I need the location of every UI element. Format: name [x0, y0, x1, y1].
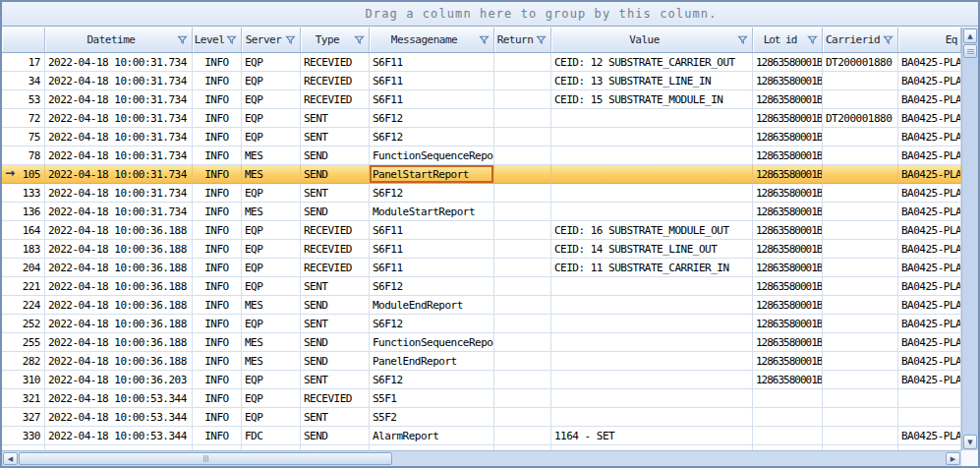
cell-carrierid[interactable]: DT200001880 [823, 53, 898, 72]
cell-level[interactable]: INFO [193, 277, 242, 296]
cell-rowhead[interactable]: 327 [2, 408, 45, 427]
cell-datetime[interactable]: 2022-04-18 10:00:31.734 [45, 53, 193, 72]
cell-value[interactable] [551, 203, 753, 221]
cell-server[interactable]: EQP [242, 53, 301, 72]
cell-level[interactable]: INFO [193, 408, 242, 427]
scroll-down-button[interactable]: ▼ [963, 435, 977, 449]
cell-server[interactable]: MES [242, 333, 301, 352]
cell-lotid[interactable]: 12863580001B [753, 146, 823, 165]
cell-server[interactable]: EQP [242, 109, 301, 128]
table-row[interactable]: 3302022-04-18 10:00:53.344INFOFDCSENDAla… [2, 427, 961, 445]
table-row[interactable]: 1332022-04-18 10:00:31.734INFOEQPSENTS6F… [2, 184, 961, 203]
cell-messagename[interactable]: S6F11 [370, 221, 494, 240]
cell-lotid[interactable] [753, 389, 823, 408]
cell-server[interactable]: EQP [242, 277, 301, 296]
filter-icon[interactable] [354, 34, 367, 45]
cell-datetime[interactable]: 2022-04-18 10:00:53.344 [45, 427, 193, 445]
cell-value[interactable] [551, 128, 753, 146]
cell-rowhead[interactable]: 252 [2, 315, 45, 333]
cell-value[interactable] [551, 408, 753, 427]
cell-type[interactable]: SEND [301, 146, 370, 165]
vertical-scroll-thumb[interactable] [963, 44, 977, 58]
cell-return[interactable] [494, 427, 551, 445]
cell-lotid[interactable]: 12863580001B [753, 333, 823, 352]
column-header-type[interactable]: Type [301, 28, 370, 53]
cell-carrierid[interactable] [823, 408, 898, 427]
cell-datetime[interactable]: 2022-04-18 10:00:31.734 [45, 90, 193, 109]
column-header-messagename[interactable]: Messagename [370, 28, 494, 53]
table-row[interactable]: 3102022-04-18 10:00:36.203INFOEQPSENTS6F… [2, 371, 961, 389]
cell-datetime[interactable]: 2022-04-18 10:00:31.734 [45, 109, 193, 128]
cell-server[interactable]: EQP [242, 389, 301, 408]
horizontal-scroll-thumb[interactable] [19, 452, 392, 465]
cell-datetime[interactable]: 2022-04-18 10:00:36.188 [45, 277, 193, 296]
cell-level[interactable]: INFO [193, 203, 242, 221]
cell-eq[interactable]: BA0425-PLA [898, 296, 961, 315]
cell-return[interactable] [494, 90, 551, 109]
horizontal-scrollbar[interactable]: ◀ ▶ [2, 450, 961, 466]
cell-messagename[interactable]: S6F12 [370, 277, 494, 296]
cell-type[interactable]: RECEVIED [301, 221, 370, 240]
cell-eq[interactable] [898, 408, 961, 427]
cell-type[interactable]: SENT [301, 128, 370, 146]
filter-icon[interactable] [807, 34, 820, 45]
cell-value[interactable]: CEID: 11 SUBSTRATE_CARRIER_IN [551, 259, 753, 277]
cell-level[interactable]: INFO [193, 165, 242, 184]
cell-datetime[interactable]: 2022-04-18 10:00:53.344 [45, 389, 193, 408]
cell-type[interactable]: RECEVIED [301, 240, 370, 259]
cell-rowhead[interactable]: 255 [2, 333, 45, 352]
cell-datetime[interactable]: 2022-04-18 10:00:31.734 [45, 165, 193, 184]
cell-value[interactable] [551, 165, 753, 184]
cell-eq[interactable]: BA0425-PLA [898, 221, 961, 240]
cell-return[interactable] [494, 165, 551, 184]
cell-datetime[interactable]: 2022-04-18 10:00:36.188 [45, 240, 193, 259]
cell-carrierid[interactable] [823, 389, 898, 408]
cell-eq[interactable]: BA0425-PLA [898, 184, 961, 203]
cell-return[interactable] [494, 352, 551, 371]
cell-messagename[interactable]: ModuleEndReport [370, 296, 494, 315]
table-row[interactable]: 1832022-04-18 10:00:36.188INFOEQPRECEVIE… [2, 240, 961, 259]
cell-return[interactable] [494, 296, 551, 315]
cell-eq[interactable]: BA0425-PLA [898, 277, 961, 296]
cell-datetime[interactable]: 2022-04-18 10:00:36.188 [45, 333, 193, 352]
cell-level[interactable]: INFO [193, 333, 242, 352]
cell-level[interactable]: INFO [193, 259, 242, 277]
cell-carrierid[interactable] [823, 352, 898, 371]
cell-return[interactable] [494, 184, 551, 203]
cell-value[interactable] [551, 333, 753, 352]
cell-lotid[interactable]: 12863580001B [753, 184, 823, 203]
cell-datetime[interactable]: 2022-04-18 10:00:53.344 [45, 408, 193, 427]
cell-rowhead[interactable]: 72 [2, 109, 45, 128]
cell-messagename[interactable]: S6F11 [370, 240, 494, 259]
table-row[interactable]: 2212022-04-18 10:00:36.188INFOEQPSENTS6F… [2, 277, 961, 296]
cell-rowhead[interactable]: 17 [2, 53, 45, 72]
cell-rowhead[interactable]: 53 [2, 90, 45, 109]
column-header-carrierid[interactable]: Carrierid [823, 28, 898, 53]
cell-type[interactable]: RECEVIED [301, 90, 370, 109]
cell-type[interactable]: SEND [301, 333, 370, 352]
cell-level[interactable]: INFO [193, 109, 242, 128]
table-row[interactable]: 2042022-04-18 10:00:36.188INFOEQPRECEVIE… [2, 259, 961, 277]
table-row[interactable]: 342022-04-18 10:00:31.734INFOEQPRECEVIED… [2, 72, 961, 90]
cell-type[interactable]: SENT [301, 371, 370, 389]
cell-carrierid[interactable] [823, 277, 898, 296]
cell-value[interactable] [551, 146, 753, 165]
table-row[interactable]: 3272022-04-18 10:00:53.344INFOEQPSENTS5F… [2, 408, 961, 427]
column-header-eq[interactable]: Eq [898, 28, 961, 53]
table-row[interactable]: 532022-04-18 10:00:31.734INFOEQPRECEVIED… [2, 90, 961, 109]
cell-rowhead[interactable]: 34 [2, 72, 45, 90]
cell-rowhead[interactable]: 330 [2, 427, 45, 445]
column-header-value[interactable]: Value [551, 28, 753, 53]
cell-eq[interactable]: BA0425-PLA [898, 72, 961, 90]
cell-value[interactable]: CEID: 15 SUBSTRATE_MODULE_IN [551, 90, 753, 109]
cell-messagename[interactable]: PanelEndReport [370, 352, 494, 371]
cell-carrierid[interactable] [823, 259, 898, 277]
cell-type[interactable]: RECEVIED [301, 389, 370, 408]
cell-datetime[interactable]: 2022-04-18 10:00:31.734 [45, 72, 193, 90]
cell-level[interactable]: INFO [193, 240, 242, 259]
cell-rowhead[interactable]: 224 [2, 296, 45, 315]
cell-type[interactable]: RECEVIED [301, 259, 370, 277]
cell-messagename[interactable]: AlarmReport [370, 427, 494, 445]
cell-messagename[interactable]: S5F1 [370, 389, 494, 408]
cell-server[interactable]: EQP [242, 221, 301, 240]
